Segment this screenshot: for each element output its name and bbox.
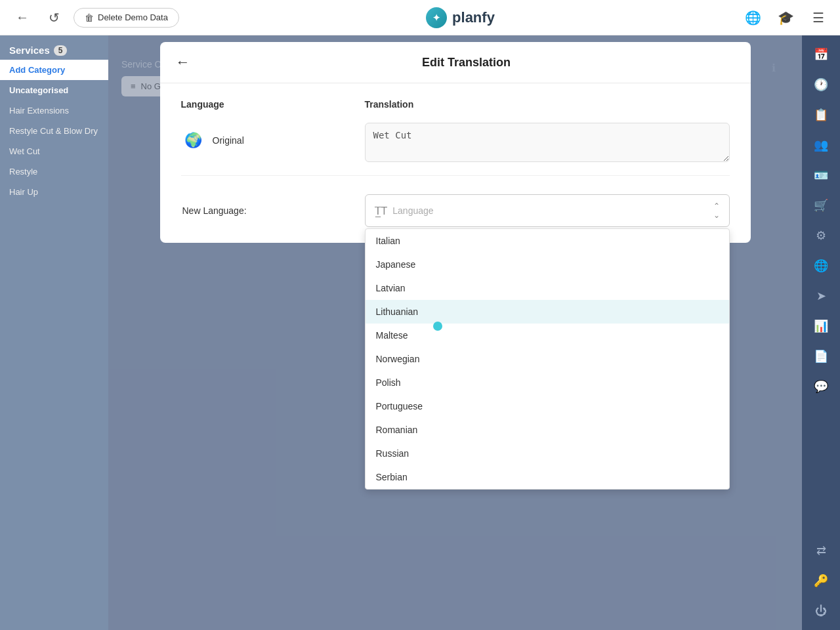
back-button[interactable]: ← — [10, 6, 34, 30]
new-language-row: New Language: T̲T Language ⌃⌄ ItalianJap… — [181, 194, 730, 227]
language-dropdown[interactable]: ItalianJapaneseLatvianLithuanianMalteseN… — [365, 228, 730, 490]
power-icon[interactable]: ⏻ — [807, 597, 835, 625]
sidebar-item-restyle-cut[interactable]: Restyle Cut & Blow Dry — [0, 121, 108, 141]
dropdown-item[interactable]: Portuguese — [366, 394, 729, 418]
flag-icon: 🌍 — [181, 128, 206, 153]
top-navigation: ← ↺ 🗑 Delete Demo Data ✦ planfy 🌐 🎓 ☰ — [0, 0, 840, 35]
dropdown-item[interactable]: Latvian — [366, 276, 729, 300]
language-header: Language — [181, 99, 365, 110]
translation-header: Translation — [365, 99, 730, 110]
dropdown-item[interactable]: Polish — [366, 371, 729, 394]
left-sidebar: Services 5 Add Category Uncategorised Ha… — [0, 35, 108, 630]
send-icon[interactable]: ➤ — [807, 282, 835, 310]
globe-right-icon[interactable]: 🌐 — [807, 252, 835, 280]
modal-overlay: ← Edit Translation Language Translation … — [108, 35, 802, 630]
dropdown-item[interactable]: Serbian — [366, 465, 729, 489]
id-card-icon[interactable]: 🪪 — [807, 161, 835, 189]
chat-icon[interactable]: 💬 — [807, 373, 835, 400]
services-badge: 5 — [54, 45, 68, 56]
sidebar-title: Services 5 — [0, 35, 108, 60]
sidebar-item-uncategorised[interactable]: Uncategorised — [0, 80, 108, 100]
list-icon[interactable]: 📋 — [807, 101, 835, 129]
graduation-icon[interactable]: 🎓 — [774, 7, 797, 29]
translation-headers: Language Translation — [181, 99, 730, 110]
modal-back-button[interactable]: ← — [176, 54, 190, 71]
key-icon[interactable]: 🔑 — [807, 567, 835, 595]
language-type-icon: T̲T — [375, 205, 388, 217]
logo-icon: ✦ — [426, 7, 447, 28]
dropdown-item[interactable]: Norwegian — [366, 347, 729, 371]
table-icon[interactable]: 📄 — [807, 343, 835, 370]
refresh-button[interactable]: ↺ — [42, 6, 66, 30]
globe-nav-icon[interactable]: 🌐 — [742, 7, 764, 29]
modal-header: ← Edit Translation — [160, 42, 751, 83]
original-translation-textarea[interactable] — [365, 123, 730, 162]
dropdown-item[interactable]: Lithuanian — [366, 300, 729, 324]
dropdown-item[interactable]: Russian — [366, 442, 729, 465]
modal-title: Edit Translation — [198, 56, 735, 70]
menu-icon[interactable]: ☰ — [807, 7, 830, 29]
calendar-icon[interactable]: 📅 — [807, 41, 835, 68]
sidebar-item-hair-up[interactable]: Hair Up — [0, 182, 108, 202]
dropdown-item[interactable]: Romanian — [366, 418, 729, 442]
app-logo: ✦ planfy — [426, 7, 495, 28]
right-sidebar: 📅 🕐 📋 👥 🪪 🛒 ⚙ 🌐 ➤ 📊 📄 💬 ⇄ 🔑 ⏻ — [802, 35, 840, 630]
original-row: 🌍 Original — [181, 123, 730, 176]
language-select-button[interactable]: T̲T Language ⌃⌄ — [365, 194, 730, 227]
sidebar-item-hair-extensions[interactable]: Hair Extensions — [0, 100, 108, 121]
dropdown-scroll-area[interactable]: ItalianJapaneseLatvianLithuanianMalteseN… — [366, 229, 729, 489]
delete-demo-button[interactable]: 🗑 Delete Demo Data — [74, 8, 179, 28]
sidebar-item-add-category[interactable]: Add Category — [0, 60, 108, 80]
original-language: 🌍 Original — [181, 123, 349, 153]
dropdown-item[interactable]: Italian — [366, 229, 729, 253]
dropdown-item[interactable]: Japanese — [366, 253, 729, 276]
dropdown-item[interactable]: Maltese — [366, 324, 729, 347]
logo-text: planfy — [452, 9, 495, 26]
settings-icon[interactable]: ⚙ — [807, 222, 835, 249]
language-select-container: T̲T Language ⌃⌄ ItalianJapaneseLatvianLi… — [365, 194, 730, 227]
edit-translation-modal: ← Edit Translation Language Translation … — [160, 42, 751, 243]
sidebar-item-restyle[interactable]: Restyle — [0, 161, 108, 182]
chevron-up-down-icon: ⌃⌄ — [713, 201, 720, 220]
trash-icon: 🗑 — [85, 12, 94, 23]
switch-icon[interactable]: ⇄ — [807, 537, 835, 564]
delete-demo-label: Delete Demo Data — [98, 12, 168, 22]
users-icon[interactable]: 👥 — [807, 131, 835, 159]
bar-chart-icon[interactable]: 📊 — [807, 312, 835, 340]
new-language-label: New Language: — [181, 205, 349, 216]
clock-icon[interactable]: 🕐 — [807, 71, 835, 98]
cart-icon[interactable]: 🛒 — [807, 192, 835, 219]
original-label: Original — [213, 135, 244, 146]
language-placeholder: Language — [392, 205, 433, 216]
sidebar-item-wet-cut[interactable]: Wet Cut — [0, 141, 108, 161]
modal-body: Language Translation 🌍 Original New Lang… — [160, 83, 751, 243]
